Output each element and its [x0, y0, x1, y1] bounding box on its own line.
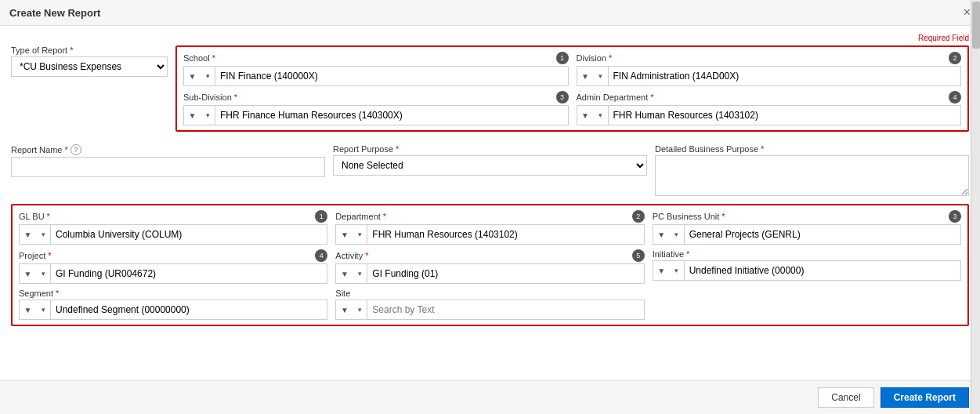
create-report-button[interactable]: Create Report	[881, 387, 969, 408]
report-purpose-select[interactable]: None Selected	[333, 155, 647, 176]
project-activity-initiative-row: Project * 4 ▼ ▾ Activity	[19, 249, 961, 284]
close-button[interactable]: ×	[964, 6, 971, 19]
division-input[interactable]	[608, 66, 962, 86]
segment-site-row: Segment * ▼ ▾ Site ▼	[19, 289, 961, 320]
pc-business-unit-group: PC Business Unit * 3 ▼ ▾	[653, 210, 961, 245]
school-filter-icon[interactable]: ▼	[183, 66, 201, 86]
gl-bu-filter-icon[interactable]: ▼	[19, 224, 36, 245]
division-number: 2	[949, 52, 961, 64]
department-filter-icon[interactable]: ▼	[335, 224, 353, 245]
subdivision-filter-icon[interactable]: ▼	[183, 105, 201, 125]
initiative-filter-icon[interactable]: ▼	[653, 260, 670, 281]
division-filter-icon[interactable]: ▼	[577, 66, 594, 86]
gl-bu-number: 1	[315, 210, 327, 223]
activity-label: Activity *	[335, 251, 368, 260]
report-purpose-group: Report Purpose * None Selected	[333, 144, 647, 176]
activity-filter-dropdown[interactable]: ▾	[353, 263, 367, 284]
division-group: Division * 2 ▼ ▾	[577, 52, 962, 86]
project-filter-icon[interactable]: ▼	[19, 263, 36, 284]
activity-input[interactable]	[367, 263, 644, 284]
school-label: School *	[183, 53, 215, 63]
subdivision-number: 3	[556, 91, 569, 104]
admin-dept-filter-dropdown[interactable]: ▾	[594, 105, 608, 125]
initiative-input-group: ▼ ▾	[653, 260, 961, 281]
site-label: Site	[335, 289, 644, 298]
site-input-group: ▼ ▾	[335, 300, 644, 320]
scrollbar[interactable]	[971, 0, 980, 414]
project-filter-dropdown[interactable]: ▾	[36, 263, 50, 284]
project-number: 4	[315, 249, 327, 262]
activity-filter-icon[interactable]: ▼	[335, 263, 353, 284]
school-division-row: School * 1 ▼ ▾	[183, 52, 961, 86]
segment-group: Segment * ▼ ▾	[19, 289, 327, 320]
project-input[interactable]	[50, 263, 327, 284]
subdivision-admin-row: Sub-Division * 3 ▼ ▾	[183, 91, 961, 125]
subdivision-label: Sub-Division *	[183, 93, 237, 102]
report-name-group: Report Name * ?	[11, 144, 325, 177]
required-note: Required Field	[11, 34, 969, 42]
admin-dept-label: Admin Department *	[577, 93, 654, 102]
admin-dept-filter-icon[interactable]: ▼	[577, 105, 594, 125]
gl-bu-filter-dropdown[interactable]: ▾	[36, 224, 50, 245]
department-input[interactable]	[367, 224, 644, 245]
pc-business-unit-label: PC Business Unit *	[653, 212, 725, 221]
segment-input-group: ▼ ▾	[19, 300, 327, 320]
detailed-purpose-label: Detailed Business Purpose *	[655, 144, 969, 154]
subdivision-input-group: ▼ ▾	[183, 105, 569, 125]
pc-bu-input[interactable]	[684, 224, 961, 245]
activity-input-group: ▼ ▾	[335, 263, 644, 284]
segment-filter-dropdown[interactable]: ▾	[36, 300, 50, 320]
report-name-help-icon[interactable]: ?	[71, 144, 81, 155]
report-info-row: Report Name * ? Report Purpose * None Se…	[11, 144, 969, 196]
site-input[interactable]	[367, 300, 644, 320]
site-group: Site ▼ ▾	[335, 289, 644, 320]
school-input-group: ▼ ▾	[183, 66, 569, 86]
gl-bu-group: GL BU * 1 ▼ ▾	[19, 210, 327, 245]
empty-spacer	[653, 289, 961, 320]
initiative-label: Initiative *	[653, 249, 690, 259]
type-of-report-label: Type of Report *	[11, 45, 168, 55]
subdivision-filter-dropdown[interactable]: ▾	[201, 105, 215, 125]
chartfield-section: GL BU * 1 ▼ ▾ Department	[11, 204, 969, 326]
segment-input[interactable]	[50, 300, 327, 320]
site-filter-icon[interactable]: ▼	[335, 300, 353, 320]
gl-dept-pc-row: GL BU * 1 ▼ ▾ Department	[19, 210, 961, 245]
department-label: Department *	[335, 212, 386, 221]
segment-filter-icon[interactable]: ▼	[19, 300, 36, 320]
site-filter-dropdown[interactable]: ▾	[353, 300, 367, 320]
project-input-group: ▼ ▾	[19, 263, 327, 284]
scrollbar-thumb	[972, 2, 980, 49]
pc-bu-filter-dropdown[interactable]: ▾	[670, 224, 684, 245]
pc-bu-filter-icon[interactable]: ▼	[653, 224, 670, 245]
admin-dept-group: Admin Department * 4 ▼ ▾	[577, 91, 962, 125]
detailed-purpose-textarea[interactable]	[655, 155, 969, 196]
subdivision-group: Sub-Division * 3 ▼ ▾	[183, 91, 569, 125]
project-group: Project * 4 ▼ ▾	[19, 249, 327, 284]
pc-business-unit-number: 3	[949, 210, 961, 223]
modal-header: Create New Report ×	[0, 0, 980, 26]
school-input[interactable]	[215, 66, 569, 86]
type-of-report-select[interactable]: *CU Business Expenses	[11, 56, 168, 77]
division-filter-dropdown[interactable]: ▾	[594, 66, 608, 86]
admin-dept-number: 4	[949, 91, 961, 104]
initiative-filter-dropdown[interactable]: ▾	[670, 260, 684, 281]
cancel-button[interactable]: Cancel	[818, 387, 873, 408]
activity-number: 5	[632, 249, 645, 262]
subdivision-input[interactable]	[215, 105, 569, 125]
school-number: 1	[556, 52, 569, 64]
gl-bu-input[interactable]	[50, 224, 327, 245]
department-group: Department * 2 ▼ ▾	[335, 210, 644, 245]
school-filter-dropdown[interactable]: ▾	[201, 66, 215, 86]
modal-footer: Cancel Create Report	[0, 380, 980, 414]
initiative-input[interactable]	[684, 260, 961, 281]
gl-bu-input-group: ▼ ▾	[19, 224, 327, 245]
modal-title: Create New Report	[9, 7, 100, 19]
initiative-group: Initiative * ▼ ▾	[653, 249, 961, 284]
department-filter-dropdown[interactable]: ▾	[353, 224, 367, 245]
admin-dept-input[interactable]	[608, 105, 962, 125]
school-division-section: School * 1 ▼ ▾	[175, 45, 969, 132]
admin-dept-input-group: ▼ ▾	[577, 105, 962, 125]
pc-business-unit-input-group: ▼ ▾	[653, 224, 961, 245]
type-of-report-group: Type of Report * *CU Business Expenses	[11, 45, 168, 77]
report-name-input[interactable]	[11, 157, 325, 177]
